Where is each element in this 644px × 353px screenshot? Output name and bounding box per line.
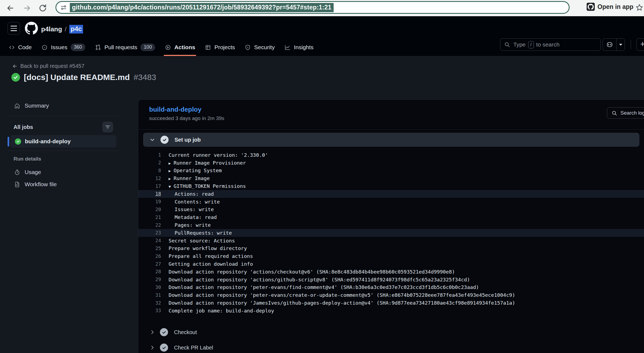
insights-icon xyxy=(284,44,291,51)
group-collapsed-arrow-icon[interactable]: ▶ xyxy=(169,169,171,173)
tab-label: Actions xyxy=(174,44,195,51)
tab-actions[interactable]: Actions xyxy=(160,39,200,56)
breadcrumb: p4lang / p4c xyxy=(41,25,83,34)
create-new-button[interactable]: + xyxy=(636,38,644,51)
log-line-25: 25Prepare workflow directory xyxy=(138,245,644,252)
tab-issues[interactable]: Issues360 xyxy=(37,39,90,56)
sidebar-divider xyxy=(8,151,119,151)
log-line-number[interactable]: 29 xyxy=(138,277,161,282)
open-in-app-label: Open in app xyxy=(597,3,633,11)
run-sidebar: Summary All jobs build-and-deploy Run de… xyxy=(0,56,138,353)
log-line-number[interactable]: 21 xyxy=(138,215,161,220)
log-line-number[interactable]: 8 xyxy=(138,168,161,173)
copilot-button[interactable] xyxy=(603,38,625,51)
log-line-number[interactable]: 2 xyxy=(138,160,161,165)
global-search-input[interactable]: Type / to search xyxy=(500,38,601,51)
log-line-text: Prepare workflow directory xyxy=(169,245,247,251)
log-line-text: Complete job name: build-and-deploy xyxy=(169,308,274,314)
log-line-27: 27Getting action download info xyxy=(138,260,644,268)
selected-job-indicator xyxy=(8,137,9,146)
log-viewer: 1Current runner version: '2.330.0'2▶Runn… xyxy=(138,151,644,315)
log-line-24: 24Secret source: Actions xyxy=(138,237,644,245)
group-expanded-arrow-icon[interactable]: ▼ xyxy=(169,184,171,189)
log-line-number[interactable]: 32 xyxy=(138,300,161,306)
tab-insights[interactable]: Insights xyxy=(280,39,318,56)
step-success-icon xyxy=(160,136,169,144)
tab-projects[interactable]: Projects xyxy=(200,39,240,56)
log-line-number[interactable]: 18 xyxy=(138,191,161,197)
log-line-number[interactable]: 22 xyxy=(138,222,161,228)
log-line-text: Download action repository 'peter-evans/… xyxy=(169,284,479,290)
log-line-21: 21 Metadata: read xyxy=(138,213,644,221)
search-placeholder-suffix: to search xyxy=(536,41,560,48)
copilot-dropdown-caret[interactable] xyxy=(616,39,625,51)
log-line-number[interactable]: 27 xyxy=(138,261,161,267)
repo-nav-tabs: CodeIssues360Pull requests100ActionsProj… xyxy=(4,39,318,56)
log-line-number[interactable]: 19 xyxy=(138,199,161,204)
log-line-number[interactable]: 24 xyxy=(138,238,161,243)
log-line-text: ▶Runner Image xyxy=(169,175,210,181)
step-header-set-up-job[interactable]: Set up job xyxy=(143,133,639,147)
sidebar-divider xyxy=(8,116,119,116)
breadcrumb-org[interactable]: p4lang xyxy=(41,25,62,33)
browser-forward-icon[interactable] xyxy=(23,4,31,12)
tab-code[interactable]: Code xyxy=(4,39,37,56)
log-line-number[interactable]: 33 xyxy=(138,308,161,313)
log-line-number[interactable]: 30 xyxy=(138,285,161,290)
log-line-number[interactable]: 31 xyxy=(138,292,161,298)
step-header-check-pr-label[interactable]: Check PR Label xyxy=(150,344,213,352)
breadcrumb-repo[interactable]: p4c xyxy=(69,25,83,34)
copilot-icon[interactable] xyxy=(603,39,616,51)
job-name: build-and-deploy xyxy=(25,138,71,145)
log-line-number[interactable]: 12 xyxy=(138,176,161,181)
sidebar-item-summary[interactable]: Summary xyxy=(14,102,49,109)
group-collapsed-arrow-icon[interactable]: ▶ xyxy=(169,161,171,165)
pull-requests-icon xyxy=(95,44,101,51)
step-name: Set up job xyxy=(175,137,201,143)
log-line-number[interactable]: 20 xyxy=(138,207,161,212)
search-log-button[interactable]: Search log xyxy=(607,107,644,119)
bookmark-star-icon[interactable] xyxy=(635,4,643,12)
log-line-32: 32Download action repository 'JamesIves/… xyxy=(138,299,644,307)
step-name: Checkout xyxy=(174,329,197,335)
step-success-icon xyxy=(160,328,168,336)
log-line-19: 19 Contents: write xyxy=(138,198,644,206)
address-bar[interactable]: github.com/p4lang/p4c/actions/runs/20511… xyxy=(55,1,570,14)
chevron-down-icon[interactable] xyxy=(150,137,155,142)
log-line-text: ▼GITHUB_TOKEN Permissions xyxy=(169,183,246,189)
log-line-text: Actions: read xyxy=(169,191,214,197)
run-details-label: Run details xyxy=(14,156,41,162)
log-line-number[interactable]: 26 xyxy=(138,254,161,259)
log-line-number[interactable]: 25 xyxy=(138,246,161,251)
hamburger-menu-button[interactable] xyxy=(8,22,20,35)
log-line-number[interactable]: 1 xyxy=(138,152,161,158)
card-divider xyxy=(138,129,644,130)
open-in-app-button[interactable]: Open in app xyxy=(587,3,633,11)
chevron-right-icon[interactable] xyxy=(150,345,155,350)
log-line-number[interactable]: 28 xyxy=(138,269,161,274)
browser-reload-icon[interactable] xyxy=(38,4,47,12)
log-line-text: ▶Runner Image Provisioner xyxy=(169,160,246,166)
url-text[interactable]: github.com/p4lang/p4c/actions/runs/20511… xyxy=(70,3,334,12)
sidebar-item-workflow-file[interactable]: Workflow file xyxy=(14,181,57,188)
count-badge: 360 xyxy=(71,44,85,51)
step-header-checkout[interactable]: Checkout xyxy=(150,328,197,336)
tab-pull-requests[interactable]: Pull requests100 xyxy=(90,39,160,56)
log-line-18: 18 Actions: read xyxy=(138,190,644,198)
github-logo[interactable] xyxy=(25,22,38,35)
filter-jobs-button[interactable] xyxy=(102,122,113,132)
job-title-link[interactable]: build-and-deploy xyxy=(149,106,224,113)
chevron-right-icon[interactable] xyxy=(150,329,155,335)
log-line-text: Prepare all required actions xyxy=(169,253,253,259)
log-line-number[interactable]: 23 xyxy=(138,230,161,235)
sidebar-job-build-and-deploy[interactable]: build-and-deploy xyxy=(10,135,116,148)
code-icon xyxy=(9,44,15,51)
job-status-line: succeeded 3 days ago in 2m 39s xyxy=(149,115,224,121)
group-collapsed-arrow-icon[interactable]: ▶ xyxy=(169,176,171,181)
browser-back-icon[interactable] xyxy=(6,4,15,12)
log-line-number[interactable]: 17 xyxy=(138,184,161,189)
log-line-23: 23 PullRequests: write xyxy=(138,229,644,237)
site-settings-icon[interactable] xyxy=(60,4,67,11)
sidebar-item-usage[interactable]: Usage xyxy=(14,169,41,175)
tab-security[interactable]: Security xyxy=(240,39,280,56)
